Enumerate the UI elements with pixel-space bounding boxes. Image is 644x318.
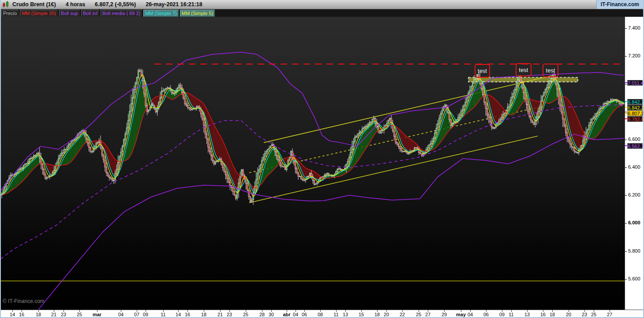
x-tick-label: 13 [524, 312, 530, 317]
y-tick-label: 6.600 [628, 136, 640, 142]
x-tick-label: 25 [77, 312, 82, 317]
brand-link[interactable]: IT-Finance.com [596, 0, 643, 9]
y-tick [625, 195, 627, 196]
x-tick-label: 18 [201, 312, 206, 317]
price-tag: 6.807,2 [627, 110, 643, 116]
price-axis[interactable]: 7.4007.2007.0006.8006.6006.4006.2006.000… [625, 17, 644, 310]
x-tick-label: 25 [416, 312, 421, 317]
x-tick-label: 28 [259, 312, 265, 317]
timeframe-label: 4 horas [66, 1, 85, 8]
x-tick-label: 25 [243, 312, 248, 317]
x-tick-label: 21 [217, 312, 223, 317]
y-tick [625, 140, 627, 140]
price-tag: 6.782,6 [627, 116, 643, 122]
test-annotation-box[interactable]: test [543, 64, 558, 77]
x-tick-label: 11 [161, 312, 165, 317]
price-tag: 6.562,7 [627, 143, 643, 149]
indicator-button[interactable]: Boll sup [59, 10, 80, 17]
test-annotation-box[interactable]: test [475, 64, 490, 78]
x-tick-label: 13 [343, 312, 348, 317]
x-tick-label: 11 [509, 312, 513, 317]
x-tick-label: 22 [400, 312, 405, 317]
x-tick-label: 18 [550, 312, 555, 317]
x-tick-label: 23 [582, 312, 587, 317]
indicator-button[interactable]: MM (Simple 5) [180, 10, 215, 17]
x-tick-label: abr [283, 312, 290, 317]
y-tick [625, 112, 627, 112]
candlestick-icon [2, 1, 10, 8]
indicator-toolbar: PrecioMM (Simple 20)Boll supBoll infBoll… [1, 9, 643, 17]
indicator-button[interactable]: Boll inf [81, 10, 99, 17]
y-tick [625, 223, 627, 223]
y-tick [625, 28, 627, 29]
x-tick-label: may [456, 312, 466, 317]
x-tick-label: 18 [374, 312, 380, 317]
x-tick-label: 09 [499, 312, 505, 317]
x-tick-label: 21 [51, 312, 56, 317]
y-tick-label: 6.400 [628, 164, 640, 170]
chart-window: Crudo Brent (1€) 4 horas 6.807,2 (-0,55%… [0, 0, 644, 318]
x-tick-label: 16 [185, 312, 190, 317]
x-tick-label: 14 [10, 312, 15, 317]
title-bar: Crudo Brent (1€) 4 horas 6.807,2 (-0,55%… [1, 0, 643, 9]
x-tick-label: 27 [607, 312, 612, 317]
y-tick-label: 5.600 [628, 276, 640, 281]
y-tick-label: 7.400 [628, 25, 640, 30]
y-tick [625, 167, 627, 168]
x-tick-label: 06 [302, 312, 307, 317]
y-tick-label: 6.200 [628, 192, 640, 197]
x-tick-label: 04 [293, 312, 298, 317]
x-tick-label: 08 [318, 312, 323, 317]
y-tick [625, 251, 627, 252]
x-tick-label: 04 [118, 312, 124, 317]
y-tick-label: 6.000 [628, 220, 640, 225]
chart-canvas[interactable] [1, 17, 625, 310]
indicator-button[interactable]: MM (Simple 20) [20, 10, 58, 17]
instrument-title: Crudo Brent (1€) [12, 1, 56, 8]
price-tag: 6.842,7 [627, 99, 643, 105]
price-tag: 6.842,2 [627, 105, 643, 110]
indicator-button[interactable]: MM (Simple 7) [143, 10, 179, 17]
price-tag: 7.011,4 [627, 80, 643, 86]
test-annotation-box[interactable]: test [516, 63, 532, 76]
y-tick [625, 279, 627, 280]
x-tick-label: 11 [333, 312, 338, 317]
y-tick [625, 84, 627, 84]
time-axis[interactable]: 141618212325mar040709111416182123252830a… [1, 310, 643, 318]
x-tick-label: 15 [359, 312, 364, 317]
x-tick-label: 06 [483, 312, 489, 317]
x-tick-label: 16 [19, 312, 24, 317]
x-tick-label: 25 [591, 312, 596, 317]
quote-datetime: 26-may-2021 16:21:18 [146, 1, 202, 8]
x-tick-label: 20 [384, 312, 389, 317]
x-tick-label: 20 [566, 312, 571, 317]
last-quote: 6.807,2 (-0,55%) [95, 1, 136, 8]
x-tick-label: 14 [176, 312, 181, 317]
indicator-button[interactable]: Boll media ( 89 2) [101, 10, 142, 17]
plot-area[interactable]: © IT-Finance.com testtesttest [1, 17, 625, 310]
y-tick-label: 5.800 [628, 248, 640, 254]
x-tick-label: 16 [540, 312, 546, 317]
x-tick-label: 23 [61, 312, 66, 317]
x-tick-label: 18 [36, 312, 41, 317]
y-tick [625, 56, 627, 57]
x-tick-label: mar [93, 312, 101, 317]
watermark: © IT-Finance.com [3, 298, 45, 304]
x-tick-label: 04 [468, 312, 473, 317]
x-tick-label: 09 [143, 312, 148, 317]
x-tick-label: 07 [134, 312, 139, 317]
x-tick-label: 27 [425, 312, 431, 317]
x-tick-label: 23 [227, 312, 232, 317]
x-tick-label: 30 [269, 312, 274, 317]
indicator-button[interactable]: Precio [1, 10, 19, 17]
y-tick-label: 7.200 [628, 53, 640, 58]
chart-main: © IT-Finance.com testtesttest 7.4007.200… [1, 17, 643, 310]
x-tick-label: 29 [442, 312, 447, 317]
